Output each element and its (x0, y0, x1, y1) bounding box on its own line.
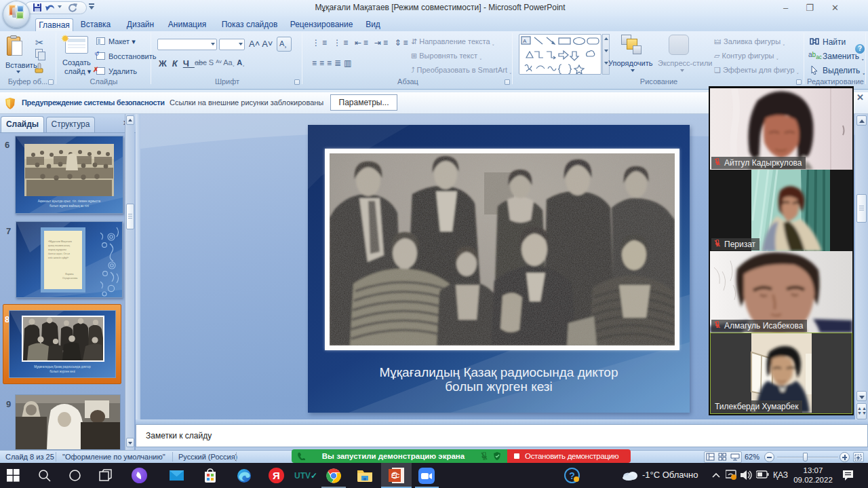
svg-text:Мұқағалидың Қазақ радиосында д: Мұқағалидың Қазақ радиосында диктор (34, 365, 91, 369)
svg-text:Ақмешыт ауылда орыс. тіл. гімм: Ақмешыт ауылда орыс. тіл. гіммен жұмыста (38, 200, 101, 203)
svg-text:жарық жұлдызы: жарық жұлдызы (48, 248, 66, 251)
svg-text:«Мұқағали Мақатаев: «Мұқағали Мақатаев (48, 240, 72, 243)
svg-text:болып жұмға жайның аз тілі: болып жұмға жайның аз тілі (50, 204, 89, 208)
svg-text:болып жүрген кезі: болып жүрген кезі (50, 370, 75, 373)
svg-text:елін шексіз сүйді»: елін шексіз сүйді» (48, 257, 68, 259)
svg-text:қазақ поэзиясының: қазақ поэзиясының (48, 244, 70, 247)
svg-text:болған ақын. Ол өз: болған ақын. Ол өз (48, 252, 70, 255)
svg-text:Фариза: Фариза (65, 273, 73, 276)
svg-text:EC: EC (391, 472, 400, 479)
svg-text:Оңғарсынова: Оңғарсынова (62, 277, 77, 280)
svg-text:A: A (523, 38, 527, 44)
